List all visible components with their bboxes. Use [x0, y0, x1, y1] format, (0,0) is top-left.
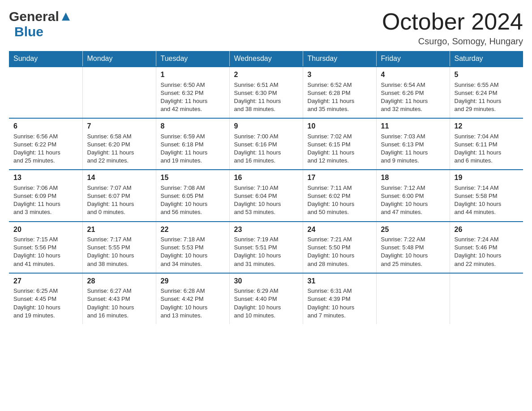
day-number: 26: [455, 225, 519, 235]
calendar-cell: [82, 67, 156, 118]
calendar-cell: 20Sunrise: 7:15 AM Sunset: 5:56 PM Dayli…: [9, 222, 82, 273]
logo: General Blue: [9, 9, 71, 39]
calendar-cell: 11Sunrise: 7:03 AM Sunset: 6:13 PM Dayli…: [376, 118, 450, 170]
day-info: Sunrise: 6:25 AM Sunset: 4:45 PM Dayligh…: [13, 287, 60, 319]
calendar-cell: 3Sunrise: 6:52 AM Sunset: 6:28 PM Daylig…: [303, 67, 376, 118]
day-info: Sunrise: 7:24 AM Sunset: 5:46 PM Dayligh…: [455, 236, 502, 267]
calendar-cell: 1Sunrise: 6:50 AM Sunset: 6:32 PM Daylig…: [156, 67, 229, 118]
day-info: Sunrise: 7:22 AM Sunset: 5:48 PM Dayligh…: [381, 236, 428, 267]
weekday-header-row: SundayMondayTuesdayWednesdayThursdayFrid…: [9, 51, 523, 67]
calendar-week-5: 27Sunrise: 6:25 AM Sunset: 4:45 PM Dayli…: [9, 273, 523, 324]
calendar-cell: 26Sunrise: 7:24 AM Sunset: 5:46 PM Dayli…: [450, 222, 523, 273]
calendar-cell: 4Sunrise: 6:54 AM Sunset: 6:26 PM Daylig…: [376, 67, 450, 118]
day-info: Sunrise: 7:06 AM Sunset: 6:09 PM Dayligh…: [13, 184, 60, 216]
day-info: Sunrise: 7:03 AM Sunset: 6:13 PM Dayligh…: [381, 133, 428, 164]
weekday-header-monday: Monday: [82, 51, 156, 67]
calendar-cell: 25Sunrise: 7:22 AM Sunset: 5:48 PM Dayli…: [376, 222, 450, 273]
page-header: General Blue October 2024 Csurgo, Somogy…: [9, 9, 523, 47]
day-info: Sunrise: 7:19 AM Sunset: 5:51 PM Dayligh…: [234, 236, 281, 267]
day-info: Sunrise: 6:50 AM Sunset: 6:32 PM Dayligh…: [161, 81, 208, 113]
day-info: Sunrise: 6:59 AM Sunset: 6:18 PM Dayligh…: [161, 133, 208, 164]
day-number: 30: [234, 276, 298, 286]
calendar-cell: 21Sunrise: 7:17 AM Sunset: 5:55 PM Dayli…: [82, 222, 156, 273]
calendar-cell: 31Sunrise: 6:31 AM Sunset: 4:39 PM Dayli…: [303, 273, 376, 324]
calendar-cell: 7Sunrise: 6:58 AM Sunset: 6:20 PM Daylig…: [82, 118, 156, 170]
day-number: 22: [161, 225, 225, 235]
day-number: 17: [308, 173, 372, 183]
logo-blue-text: Blue: [14, 24, 43, 39]
day-number: 1: [161, 70, 225, 80]
calendar-cell: 15Sunrise: 7:08 AM Sunset: 6:05 PM Dayli…: [156, 170, 229, 221]
day-info: Sunrise: 7:02 AM Sunset: 6:15 PM Dayligh…: [308, 133, 355, 164]
day-number: 2: [234, 70, 298, 80]
calendar-cell: 13Sunrise: 7:06 AM Sunset: 6:09 PM Dayli…: [9, 170, 82, 221]
day-number: 19: [455, 173, 519, 183]
day-number: 3: [308, 70, 372, 80]
day-number: 6: [13, 121, 78, 131]
calendar-cell: [450, 273, 523, 324]
weekday-header-sunday: Sunday: [9, 51, 82, 67]
day-info: Sunrise: 6:28 AM Sunset: 4:42 PM Dayligh…: [161, 287, 208, 319]
day-number: 16: [234, 173, 298, 183]
day-info: Sunrise: 7:07 AM Sunset: 6:07 PM Dayligh…: [87, 184, 134, 216]
day-info: Sunrise: 6:27 AM Sunset: 4:43 PM Dayligh…: [87, 287, 134, 319]
day-info: Sunrise: 7:00 AM Sunset: 6:16 PM Dayligh…: [234, 133, 281, 164]
day-info: Sunrise: 7:10 AM Sunset: 6:04 PM Dayligh…: [234, 184, 281, 216]
calendar-cell: [376, 273, 450, 324]
calendar-cell: [9, 67, 82, 118]
calendar-week-4: 20Sunrise: 7:15 AM Sunset: 5:56 PM Dayli…: [9, 222, 523, 273]
calendar-cell: 9Sunrise: 7:00 AM Sunset: 6:16 PM Daylig…: [229, 118, 303, 170]
calendar-cell: 27Sunrise: 6:25 AM Sunset: 4:45 PM Dayli…: [9, 273, 82, 324]
calendar-cell: 24Sunrise: 7:21 AM Sunset: 5:50 PM Dayli…: [303, 222, 376, 273]
day-number: 18: [381, 173, 445, 183]
day-number: 31: [308, 276, 372, 286]
day-number: 7: [87, 121, 151, 131]
day-number: 4: [381, 70, 445, 80]
day-info: Sunrise: 7:18 AM Sunset: 5:53 PM Dayligh…: [161, 236, 208, 267]
calendar-cell: 17Sunrise: 7:11 AM Sunset: 6:02 PM Dayli…: [303, 170, 376, 221]
day-info: Sunrise: 6:55 AM Sunset: 6:24 PM Dayligh…: [455, 81, 502, 113]
calendar-cell: 10Sunrise: 7:02 AM Sunset: 6:15 PM Dayli…: [303, 118, 376, 170]
day-number: 24: [308, 225, 372, 235]
weekday-header-tuesday: Tuesday: [156, 51, 229, 67]
logo-triangle-icon: [60, 12, 71, 21]
svg-marker-0: [62, 13, 70, 21]
day-info: Sunrise: 7:04 AM Sunset: 6:11 PM Dayligh…: [455, 133, 502, 164]
day-number: 23: [234, 225, 298, 235]
calendar-cell: 2Sunrise: 6:51 AM Sunset: 6:30 PM Daylig…: [229, 67, 303, 118]
day-number: 21: [87, 225, 151, 235]
day-number: 14: [87, 173, 151, 183]
day-number: 20: [13, 225, 78, 235]
day-info: Sunrise: 7:21 AM Sunset: 5:50 PM Dayligh…: [308, 236, 355, 267]
day-number: 28: [87, 276, 151, 286]
day-info: Sunrise: 6:58 AM Sunset: 6:20 PM Dayligh…: [87, 133, 134, 164]
calendar-table: SundayMondayTuesdayWednesdayThursdayFrid…: [9, 51, 523, 324]
calendar-cell: 23Sunrise: 7:19 AM Sunset: 5:51 PM Dayli…: [229, 222, 303, 273]
day-number: 9: [234, 121, 298, 131]
calendar-cell: 18Sunrise: 7:12 AM Sunset: 6:00 PM Dayli…: [376, 170, 450, 221]
day-info: Sunrise: 7:14 AM Sunset: 5:58 PM Dayligh…: [455, 184, 502, 216]
day-number: 5: [455, 70, 519, 80]
calendar-week-3: 13Sunrise: 7:06 AM Sunset: 6:09 PM Dayli…: [9, 170, 523, 221]
month-title: October 2024: [382, 9, 523, 34]
calendar-cell: 30Sunrise: 6:29 AM Sunset: 4:40 PM Dayli…: [229, 273, 303, 324]
day-info: Sunrise: 7:17 AM Sunset: 5:55 PM Dayligh…: [87, 236, 134, 267]
day-number: 8: [161, 121, 225, 131]
day-info: Sunrise: 6:31 AM Sunset: 4:39 PM Dayligh…: [308, 287, 355, 319]
day-number: 13: [13, 173, 78, 183]
day-info: Sunrise: 7:11 AM Sunset: 6:02 PM Dayligh…: [308, 184, 355, 216]
day-info: Sunrise: 7:15 AM Sunset: 5:56 PM Dayligh…: [13, 236, 60, 267]
day-number: 12: [455, 121, 519, 131]
calendar-cell: 5Sunrise: 6:55 AM Sunset: 6:24 PM Daylig…: [450, 67, 523, 118]
weekday-header-wednesday: Wednesday: [229, 51, 303, 67]
calendar-week-1: 1Sunrise: 6:50 AM Sunset: 6:32 PM Daylig…: [9, 67, 523, 118]
day-number: 25: [381, 225, 445, 235]
logo-general-text: General: [9, 9, 59, 24]
day-info: Sunrise: 6:54 AM Sunset: 6:26 PM Dayligh…: [381, 81, 428, 113]
weekday-header-thursday: Thursday: [303, 51, 376, 67]
calendar-cell: 8Sunrise: 6:59 AM Sunset: 6:18 PM Daylig…: [156, 118, 229, 170]
calendar-cell: 22Sunrise: 7:18 AM Sunset: 5:53 PM Dayli…: [156, 222, 229, 273]
day-number: 11: [381, 121, 445, 131]
day-info: Sunrise: 6:52 AM Sunset: 6:28 PM Dayligh…: [308, 81, 355, 113]
day-number: 10: [308, 121, 372, 131]
